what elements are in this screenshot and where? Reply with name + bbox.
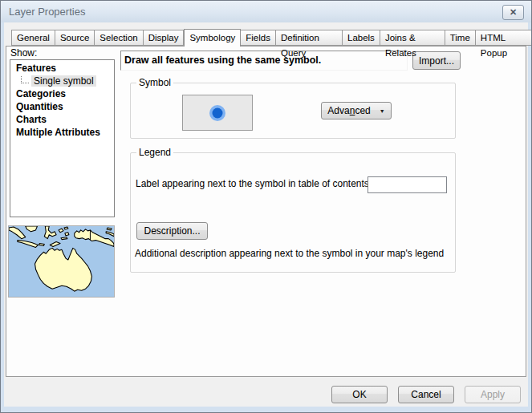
ok-button[interactable]: OK [331, 386, 388, 403]
symbol-groupbox [130, 83, 456, 139]
tab-labels[interactable]: Labels [343, 30, 380, 46]
title-bar[interactable]: Layer Properties ✕ [1, 1, 531, 22]
listbox-item-multiple-attributes[interactable]: Multiple Attributes [10, 126, 114, 139]
tab-selection[interactable]: Selection [95, 30, 143, 46]
show-label: Show: [10, 47, 37, 59]
tab-joins-relates[interactable]: Joins & Relates [380, 30, 445, 46]
apply-button: Apply [465, 386, 521, 403]
tab-symbology[interactable]: Symbology [184, 29, 241, 47]
legend-group-label: Legend [136, 148, 173, 157]
tab-fields[interactable]: Fields [241, 30, 276, 46]
description-button[interactable]: Description... [136, 222, 208, 240]
tab-html-popup[interactable]: HTML Popup [476, 30, 532, 46]
listbox-item-charts[interactable]: Charts [10, 113, 114, 126]
selected-item-label: Single symbol [31, 75, 96, 87]
legend-label-caption: Label appearing next to the symbol in ta… [136, 178, 372, 189]
tab-source[interactable]: Source [55, 30, 95, 46]
advanced-dropdown-button[interactable]: Advanced ▼ [321, 102, 392, 119]
map-preview-image [9, 226, 114, 297]
listbox-item-quantities[interactable]: Quantities [10, 100, 114, 113]
cancel-button[interactable]: Cancel [398, 386, 454, 403]
additional-description-caption: Additional description appearing next to… [135, 248, 444, 259]
advanced-label: Advanced [327, 105, 370, 116]
window-title: Layer Properties [9, 6, 85, 18]
point-symbol-icon [208, 103, 227, 123]
close-icon: ✕ [510, 8, 517, 17]
chevron-down-icon: ▼ [380, 108, 385, 114]
listbox-item-single-symbol[interactable]: Single symbol [10, 75, 114, 87]
listbox-item-categories[interactable]: Categories [10, 87, 114, 100]
layer-properties-dialog: Layer Properties ✕ General Source Select… [0, 0, 532, 413]
tab-general[interactable]: General [11, 30, 55, 46]
map-preview [8, 225, 115, 298]
tab-bar: General Source Selection Display Symbolo… [11, 29, 532, 47]
tree-connector-icon [21, 76, 29, 83]
import-button[interactable]: Import... [412, 51, 461, 70]
symbol-group-label: Symbol [136, 78, 173, 87]
close-button[interactable]: ✕ [502, 5, 524, 20]
renderer-listbox: Features Single symbol Categories Quanti… [10, 59, 115, 217]
tab-definition-query[interactable]: Definition Query [276, 30, 343, 46]
listbox-item-features[interactable]: Features [10, 62, 114, 75]
tab-time[interactable]: Time [445, 30, 476, 46]
symbol-preview-button[interactable] [182, 95, 253, 131]
legend-label-input[interactable] [368, 176, 447, 193]
tab-display[interactable]: Display [144, 30, 185, 46]
renderer-description: Draw all features using the same symbol. [120, 51, 408, 71]
